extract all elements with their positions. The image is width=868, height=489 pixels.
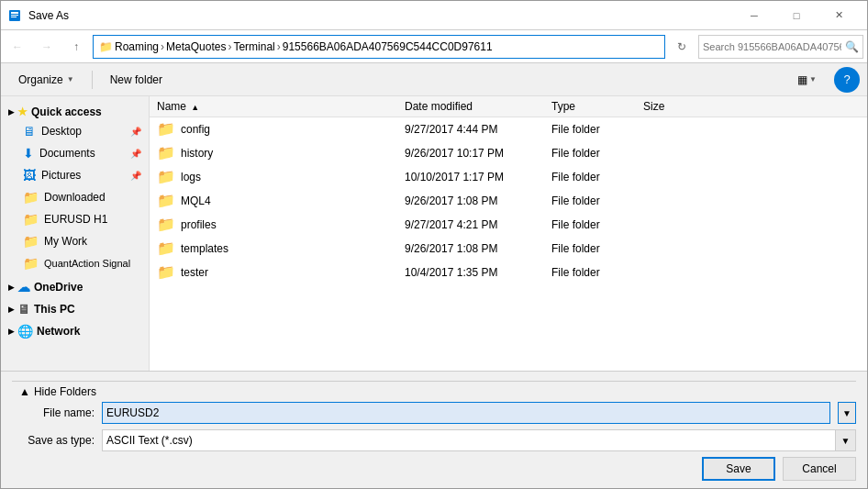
file-name-text: history <box>181 147 213 160</box>
table-row[interactable]: 📁 MQL4 9/26/2017 1:08 PM File folder <box>150 189 867 213</box>
column-type[interactable]: Type <box>551 100 643 113</box>
my-work-icon: 📁 <box>23 234 39 249</box>
file-date-cell: 9/27/2017 4:21 PM <box>405 218 551 231</box>
save-button[interactable]: Save <box>702 457 775 481</box>
path-separator: › <box>161 40 164 53</box>
sidebar-item-eurusd[interactable]: 📁 EURUSD H1 <box>1 208 149 230</box>
address-path[interactable]: 📁 Roaming › MetaQuotes › Terminal › 9155… <box>93 35 665 59</box>
help-button[interactable]: ? <box>834 67 860 93</box>
file-type-cell: File folder <box>551 242 643 255</box>
sidebar-section-quick-access[interactable]: ▸ ★ Quick access <box>1 100 149 120</box>
sidebar-item-my-work[interactable]: 📁 My Work <box>1 230 149 252</box>
close-button[interactable]: ✕ <box>818 1 860 30</box>
eurusd-icon: 📁 <box>23 212 39 227</box>
file-name-cell: 📁 config <box>157 120 405 138</box>
path-segment-roaming: 📁 Roaming <box>99 40 159 53</box>
savetype-row: Save as type: ASCII Text (*.csv) ▼ <box>12 429 856 451</box>
thispc-expand-icon: ▸ <box>8 303 14 316</box>
file-name-cell: 📁 profiles <box>157 216 405 233</box>
folder-icon: 📁 <box>157 192 175 209</box>
up-button[interactable]: ↑ <box>63 34 89 60</box>
file-type-cell: File folder <box>551 194 643 207</box>
pin-icon-docs: 📌 <box>130 149 141 159</box>
table-row[interactable]: 📁 templates 9/26/2017 1:08 PM File folde… <box>150 237 867 261</box>
sidebar-item-downloaded[interactable]: 📁 Downloaded <box>1 186 149 208</box>
cancel-button[interactable]: Cancel <box>783 457 856 481</box>
filename-dropdown-arrow[interactable]: ▼ <box>838 402 856 424</box>
column-size[interactable]: Size <box>643 100 717 113</box>
hide-folders-label: Hide Folders <box>34 385 96 398</box>
sidebar-item-label-my-work: My Work <box>44 235 87 248</box>
sort-arrow: ▲ <box>191 103 199 112</box>
table-row[interactable]: 📁 tester 10/4/2017 1:35 PM File folder <box>150 261 867 284</box>
search-input[interactable] <box>703 41 841 52</box>
file-name-text: MQL4 <box>181 194 211 207</box>
new-folder-button[interactable]: New folder <box>100 67 172 93</box>
table-row[interactable]: 📁 profiles 9/27/2017 4:21 PM File folder <box>150 213 867 237</box>
sidebar-item-label-pictures: Pictures <box>41 169 81 182</box>
sidebar-section-onedrive[interactable]: ▸ ☁ OneDrive <box>1 274 149 296</box>
save-as-dialog: Save As ─ □ ✕ ← → ↑ 📁 Roaming › MetaQuot… <box>0 0 868 489</box>
file-name-cell: 📁 templates <box>157 239 405 257</box>
file-name-text: tester <box>181 266 208 279</box>
folder-icon: 📁 <box>157 263 175 281</box>
column-date[interactable]: Date modified <box>405 100 551 113</box>
file-date-cell: 9/26/2017 1:08 PM <box>405 194 551 207</box>
savetype-label: Save as type: <box>12 434 95 447</box>
form-buttons: Save Cancel <box>12 457 856 481</box>
folder-icon: 📁 <box>157 239 175 257</box>
quick-access-icon: ★ <box>17 106 28 118</box>
file-name-cell: 📁 tester <box>157 263 405 281</box>
file-name-cell: 📁 history <box>157 144 405 161</box>
hide-folders-row[interactable]: ▲ Hide Folders <box>12 381 856 402</box>
filename-input[interactable] <box>102 402 830 424</box>
file-type-cell: File folder <box>551 147 643 160</box>
quick-access-expand-icon: ▸ <box>8 106 14 118</box>
svg-rect-2 <box>11 15 18 16</box>
file-name-text: templates <box>181 242 228 255</box>
maximize-button[interactable]: □ <box>775 1 818 30</box>
sidebar-section-network[interactable]: ▸ 🌐 Network <box>1 318 149 340</box>
documents-icon: ⬇ <box>23 146 34 161</box>
forward-button[interactable]: → <box>34 34 60 60</box>
file-date-cell: 10/10/2017 1:17 PM <box>405 171 551 183</box>
title-bar: Save As ─ □ ✕ <box>1 1 867 30</box>
file-name-text: logs <box>181 171 201 183</box>
table-row[interactable]: 📁 history 9/26/2017 10:17 PM File folder <box>150 141 867 165</box>
thispc-icon: 🖥 <box>17 302 30 317</box>
sidebar-section-this-pc[interactable]: ▸ 🖥 This PC <box>1 296 149 318</box>
filename-label: File name: <box>12 406 95 419</box>
savetype-arrow[interactable]: ▼ <box>835 430 855 450</box>
onedrive-icon: ☁ <box>17 280 30 295</box>
file-date-cell: 10/4/2017 1:35 PM <box>405 266 551 279</box>
search-box[interactable]: 🔍 <box>698 35 863 59</box>
chevron-up-icon: ▲ <box>19 385 30 398</box>
pictures-icon: 🖼 <box>23 168 36 183</box>
view-button[interactable]: ▦ ▼ <box>787 67 827 93</box>
filename-row: File name: ▼ <box>12 402 856 424</box>
refresh-button[interactable]: ↻ <box>669 34 695 60</box>
minimize-button[interactable]: ─ <box>733 1 775 30</box>
sidebar-item-documents[interactable]: ⬇ Documents 📌 <box>1 142 149 164</box>
table-row[interactable]: 📁 logs 10/10/2017 1:17 PM File folder <box>150 165 867 189</box>
address-bar: ← → ↑ 📁 Roaming › MetaQuotes › Terminal … <box>1 30 867 63</box>
table-row[interactable]: 📁 config 9/27/2017 4:44 PM File folder <box>150 117 867 141</box>
sidebar-item-pictures[interactable]: 🖼 Pictures 📌 <box>1 164 149 186</box>
file-date-cell: 9/26/2017 1:08 PM <box>405 242 551 255</box>
folder-icon: 📁 <box>157 168 175 185</box>
svg-rect-1 <box>11 12 18 14</box>
desktop-icon: 🖥 <box>23 124 36 139</box>
dialog-icon <box>8 8 23 23</box>
search-icon: 🔍 <box>845 40 859 53</box>
column-name[interactable]: Name ▲ <box>157 100 405 113</box>
sidebar-item-label-quantaction: QuantAction Signal <box>44 258 130 269</box>
folder-icon: 📁 <box>99 40 113 53</box>
sidebar-item-quantaction[interactable]: 📁 QuantAction Signal <box>1 252 149 274</box>
savetype-select[interactable]: ASCII Text (*.csv) ▼ <box>102 429 856 451</box>
organize-button[interactable]: Organize ▼ <box>8 67 84 93</box>
sidebar-item-desktop[interactable]: 🖥 Desktop 📌 <box>1 120 149 142</box>
svg-rect-3 <box>11 17 17 17</box>
sidebar: ▸ ★ Quick access 🖥 Desktop 📌 ⬇ Documents… <box>1 96 150 371</box>
path-segment-metaquotes: MetaQuotes <box>166 40 226 53</box>
back-button[interactable]: ← <box>5 34 30 60</box>
